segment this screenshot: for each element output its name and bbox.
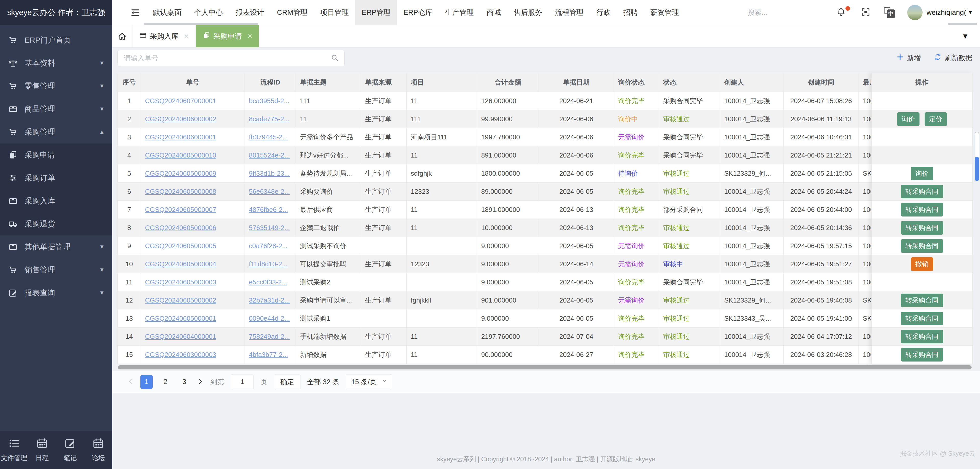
order-number-link[interactable]: CGSQ20240605000001 [145, 315, 216, 323]
tabbar-scrollbar-thumb[interactable] [144, 23, 258, 25]
sidebar-item-销售管理[interactable]: 销售管理▼ [0, 258, 112, 281]
dock-item-论坛[interactable]: 论坛 [84, 437, 112, 463]
nav-item-招聘[interactable]: 招聘 [617, 0, 644, 25]
order-number-link[interactable]: CGSQ20240605000006 [145, 224, 216, 232]
order-number-link[interactable]: CGSQ20240604000001 [145, 333, 216, 340]
nav-item-ERP仓库[interactable]: ERP仓库 [397, 0, 439, 25]
nav-item-薪资管理[interactable]: 薪资管理 [644, 0, 686, 25]
nav-item-流程管理[interactable]: 流程管理 [549, 0, 590, 25]
nav-item-生产管理[interactable]: 生产管理 [439, 0, 480, 25]
flow-id-link[interactable]: 8015524e-2... [249, 151, 290, 159]
flow-id-link[interactable]: f11d8d10-2... [249, 260, 288, 268]
sidebar-item-采购申请[interactable]: 采购申请 [0, 143, 112, 167]
action-button-转采购合同[interactable]: 转采购合同 [901, 348, 943, 361]
action-button-转采购合同[interactable]: 转采购合同 [901, 330, 943, 343]
user-caret-down-icon[interactable]: ▼ [968, 10, 973, 15]
flow-id-link[interactable]: 32b7a31d-2... [249, 296, 290, 304]
flow-id-link[interactable]: 9ff33d1b-23... [249, 170, 290, 177]
username[interactable]: weizhiqiang( [927, 8, 966, 17]
action-button-转采购合同[interactable]: 转采购合同 [901, 294, 943, 307]
flow-id-link[interactable]: 57635149-2... [249, 224, 290, 232]
order-number-link[interactable]: CGSQ20240607000001 [145, 97, 216, 105]
action-button-转采购合同[interactable]: 转采购合同 [901, 221, 943, 235]
dock-item-文件管理[interactable]: 文件管理 [0, 437, 28, 463]
goto-page-input[interactable] [231, 375, 254, 390]
flow-id-link[interactable]: fb379445-2... [249, 133, 288, 141]
flow-id-link[interactable]: 8cade775-2... [249, 115, 290, 123]
refresh-button[interactable]: 刷新数据 [934, 53, 972, 62]
nav-item-行政[interactable]: 行政 [590, 0, 617, 25]
order-number-link[interactable]: CGSQ20240606000001 [145, 133, 216, 141]
dock-item-日程[interactable]: 日程 [28, 437, 56, 463]
prev-page-button[interactable] [127, 377, 134, 387]
page-button-1[interactable]: 1 [140, 375, 153, 389]
order-number-link[interactable]: CGSQ20240605000004 [145, 260, 216, 268]
sidebar-item-采购入库[interactable]: 采购入库 [0, 189, 112, 212]
home-tab-button[interactable] [112, 25, 132, 47]
global-search-input[interactable]: 搜索... [748, 8, 767, 17]
flow-id-link[interactable]: 4bfa3b77-2... [249, 351, 288, 359]
tab-采购入库[interactable]: 采购入库× [132, 25, 196, 47]
flow-id-link[interactable]: 4876fbe6-2... [249, 206, 288, 214]
flow-id-link[interactable]: c0a76f28-2... [249, 242, 288, 250]
avatar[interactable] [907, 5, 923, 20]
action-button-询价[interactable]: 询价 [897, 112, 920, 126]
action-button-转采购合同[interactable]: 转采购合同 [901, 312, 943, 325]
order-number-link[interactable]: CGSQ20240605000005 [145, 242, 216, 250]
collapse-menu-icon[interactable] [131, 8, 140, 17]
tab-close-icon[interactable]: × [248, 32, 253, 41]
page-size-select[interactable]: 15 条/页 [346, 375, 392, 390]
flow-id-link[interactable]: 758249ad-2... [249, 333, 290, 340]
tabbar-caret-down-icon[interactable]: ▼ [962, 32, 980, 40]
horizontal-scrollbar-thumb[interactable] [118, 365, 972, 369]
vertical-scrollbar-thumb-blue[interactable] [975, 157, 979, 181]
language-toggle-button[interactable]: 中 [884, 7, 895, 18]
order-number-link[interactable]: CGSQ20240605000010 [145, 151, 216, 159]
order-number-link[interactable]: CGSQ20240603000003 [145, 351, 216, 359]
nav-item-商城[interactable]: 商城 [480, 0, 507, 25]
tabbar-scrollbar-thumb-right[interactable] [948, 23, 977, 25]
flow-id-link[interactable]: e5cc0f33-2... [249, 278, 287, 286]
fullscreen-button[interactable] [861, 7, 870, 18]
dock-item-笔记[interactable]: 笔记 [56, 437, 84, 463]
order-number-link[interactable]: CGSQ20240605000009 [145, 170, 216, 177]
order-number-link[interactable]: CGSQ20240605000003 [145, 278, 216, 286]
tab-采购申请[interactable]: 采购申请× [196, 25, 259, 47]
sidebar-item-基本资料[interactable]: 基本资料▼ [0, 52, 112, 75]
nav-item-ERP管理[interactable]: ERP管理 [355, 0, 397, 25]
nav-item-项目管理[interactable]: 项目管理 [314, 0, 355, 25]
action-button-转采购合同[interactable]: 转采购合同 [901, 239, 943, 253]
action-button-定价[interactable]: 定价 [924, 112, 947, 126]
flow-id-link[interactable]: 56e6348e-2... [249, 188, 290, 196]
order-number-link[interactable]: CGSQ20240605000008 [145, 188, 216, 196]
order-search-input[interactable] [123, 54, 331, 62]
sidebar-item-其他单据管理[interactable]: 其他单据管理▼ [0, 235, 112, 258]
nav-item-报表设计[interactable]: 报表设计 [229, 0, 270, 25]
nav-item-售后服务[interactable]: 售后服务 [507, 0, 549, 25]
nav-item-个人中心[interactable]: 个人中心 [188, 0, 229, 25]
sidebar-item-零售管理[interactable]: 零售管理▼ [0, 75, 112, 97]
sidebar-item-采购退货[interactable]: 采购退货 [0, 212, 112, 235]
sidebar-item-采购管理[interactable]: 采购管理▲ [0, 121, 112, 143]
sidebar-item-采购订单[interactable]: 采购订单 [0, 167, 112, 189]
action-button-转采购合同[interactable]: 转采购合同 [901, 203, 943, 216]
sidebar-item-商品管理[interactable]: 商品管理▼ [0, 97, 112, 121]
notifications-button[interactable] [836, 7, 846, 18]
nav-item-默认桌面[interactable]: 默认桌面 [146, 0, 188, 25]
flow-id-link[interactable]: 0090e44d-2... [249, 315, 290, 323]
action-button-转采购合同[interactable]: 转采购合同 [901, 185, 943, 199]
confirm-button[interactable]: 确定 [274, 375, 301, 390]
order-number-link[interactable]: CGSQ20240605000007 [145, 206, 216, 214]
order-number-link[interactable]: CGSQ20240606000002 [145, 115, 216, 123]
page-button-2[interactable]: 2 [159, 375, 172, 389]
nav-item-CRM管理[interactable]: CRM管理 [270, 0, 314, 25]
action-button-撤销[interactable]: 撤销 [911, 258, 933, 271]
tab-close-icon[interactable]: × [184, 32, 189, 41]
sidebar-item-报表查询[interactable]: 报表查询▼ [0, 281, 112, 304]
page-button-3[interactable]: 3 [178, 375, 191, 389]
sidebar-item-ERP门户首页[interactable]: ERP门户首页 [0, 29, 112, 52]
order-number-link[interactable]: CGSQ20240605000002 [145, 296, 216, 304]
action-button-询价[interactable]: 询价 [911, 167, 933, 180]
next-page-button[interactable] [197, 377, 204, 387]
add-button[interactable]: 新增 [896, 53, 921, 62]
